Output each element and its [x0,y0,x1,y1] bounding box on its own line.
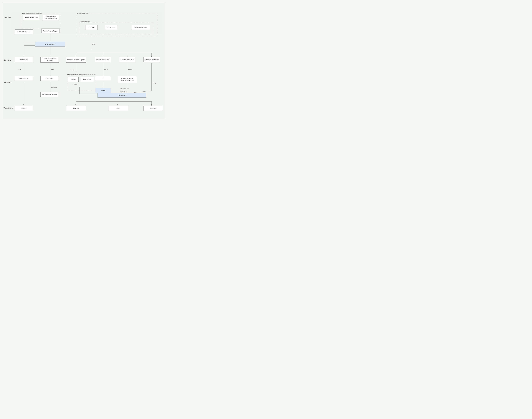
datakit-box: DataKit [68,77,79,82]
instrumented-code-right-box: Instrumented Code [131,25,150,30]
jmx-exporter-box: JMXToOTelExporter [15,29,33,34]
apache-kafka-label: Apache Kafka Original Metrics [22,13,42,14]
prometheus-main-box: Prometheus [97,93,146,98]
preprocessor-box: PreProcessor [105,25,117,30]
otlp-backend-box: OTLP-CompatibleBackend (Collector) [118,76,137,83]
yammer-metrics-box: YammerMetricsTimer/Meter/Gauge... [43,15,59,20]
otlp-metrics-exporter-box: OTLPMetricsExporter [119,57,135,62]
svg-text:remote write /: remote write / [120,87,129,89]
exporters-label: Exporters [3,59,11,61]
visualization-label: Visualization [3,107,13,109]
prom-compatible-label: Prom-Compatible Backends [67,73,86,75]
svg-text:export: export [104,69,108,70]
more-label: ...More [72,84,77,86]
autobalancer-controller-box: AutoBalancerController [40,92,59,97]
otel-sdk-box: OTel SDK [85,25,97,30]
svg-text:export: export [153,83,157,84]
guance-box: 观测云 [108,106,128,111]
instrumented-code-left-box: Instrumented Code [23,15,39,20]
svg-text:export: export [18,69,22,70]
svg-text:scrape: scrape [70,69,75,71]
svg-text:consume: consume [51,86,57,88]
s3-box: S3 [95,76,111,81]
prometheus-small-box: Prometheus [80,77,94,82]
backends-label: Backends [3,81,11,83]
grafana-box: Grafana [66,106,86,111]
svg-text:send: send [51,69,54,70]
nightingale-box: 夜莺监控 [144,106,163,111]
yammer-registry-box: YammerMetricsRegistry [41,28,60,33]
vector-box: Vector [95,88,111,93]
metric-wrapper-label: MetricWrapper [80,21,90,22]
svg-text:collect: collect [92,43,96,45]
remote-write-exporter-box: RemoteWriteExporter [144,57,160,62]
automq-ext-label: AutoMQ Ext Metrics [77,13,91,14]
mbean-server-box: MBean Server [15,76,33,81]
jconsole-box: JConsole [15,106,33,111]
jmx-reporter-box: JmxReporter [15,57,33,62]
autobalancer-reporter-box: AutoBalancerMetricsReporter [40,57,59,63]
instrument-label: Instrument [3,16,12,18]
prometheus-metrics-exporter-box: PrometheusMetricsExporter [66,57,86,63]
svg-text:export: export [128,69,132,70]
ops-metrics-exporter-box: OpsMetricsExporter [95,57,111,62]
metrics-reporter-box: MetricsReporter [35,42,65,47]
svg-text:scrape /: scrape / [120,89,125,91]
inner-topics-box: Inner topics [40,76,59,81]
diagram-container: record collect export send sc [3,3,165,119]
svg-text:OTLP push: OTLP push [120,91,127,92]
